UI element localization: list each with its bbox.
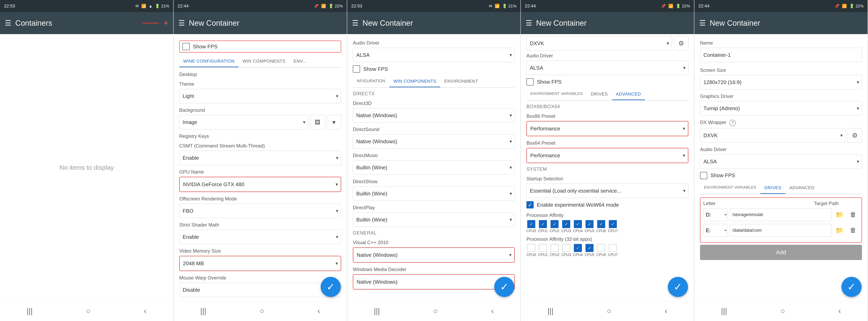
drive-e-path-input[interactable] bbox=[730, 224, 831, 237]
tab-win-components-3[interactable]: WIN COMPONENTS bbox=[390, 76, 440, 87]
cpu0-32-checkbox[interactable] bbox=[527, 244, 535, 252]
graphics-driver-select-5[interactable]: Turnip (Adreno) bbox=[700, 101, 862, 115]
dxvk-gear-btn[interactable]: ⚙ bbox=[674, 36, 688, 50]
drive-d-path-input[interactable] bbox=[730, 208, 831, 221]
nav-home-icon-2[interactable]: ○ bbox=[259, 307, 264, 315]
hamburger-icon-3[interactable]: ☰ bbox=[352, 19, 359, 27]
cpu1-32-checkbox[interactable] bbox=[539, 244, 547, 252]
drive-d-delete-btn[interactable]: 🗑 bbox=[847, 209, 859, 220]
screen-size-select-5[interactable]: 1280x720 (16:9) bbox=[700, 75, 862, 90]
cpu2-checkbox[interactable]: ✓ bbox=[551, 220, 559, 228]
theme-select[interactable]: Light bbox=[179, 89, 341, 103]
tab-advanced-5[interactable]: ADVANCED bbox=[785, 182, 818, 194]
tab-wine-configuration[interactable]: WINE CONFIGURATION bbox=[179, 56, 239, 67]
cpu2-32-checkbox[interactable] bbox=[551, 244, 559, 252]
cpu7-checkbox[interactable]: ✓ bbox=[609, 220, 617, 228]
cpu4-checkbox[interactable]: ✓ bbox=[574, 220, 582, 228]
nav-menu-icon[interactable]: ||| bbox=[27, 307, 33, 315]
cpu4-32-checkbox[interactable]: ✓ bbox=[574, 244, 582, 252]
nav-menu-icon-3[interactable]: ||| bbox=[374, 307, 380, 315]
wmd-select[interactable]: Native (Windows) bbox=[353, 275, 515, 289]
add-button[interactable]: + bbox=[163, 18, 168, 28]
nav-back-icon-4[interactable]: ‹ bbox=[665, 307, 668, 315]
nav-back-icon-2[interactable]: ‹ bbox=[318, 307, 320, 315]
audio-driver-select-3[interactable]: ALSA bbox=[353, 48, 515, 62]
confirm-fab[interactable]: ✓ bbox=[321, 277, 341, 297]
show-fps-checkbox-4[interactable] bbox=[526, 78, 534, 85]
hamburger-icon-4[interactable]: ☰ bbox=[526, 19, 532, 27]
nav-back-icon[interactable]: ‹ bbox=[144, 307, 147, 315]
directshow-select[interactable]: Builtin (Wine) bbox=[353, 186, 515, 201]
cpu3-32-checkbox[interactable] bbox=[562, 244, 570, 252]
directplay-select[interactable]: Builtin (Wine) bbox=[353, 212, 515, 227]
tab-nfiguration[interactable]: NFIGURATION bbox=[353, 76, 390, 87]
gpu-name-select[interactable]: NVIDIA GeForce GTX 480 bbox=[180, 177, 341, 191]
vcpp2010-select[interactable]: Native (Windows) bbox=[353, 248, 515, 262]
cpu3-checkbox[interactable]: ✓ bbox=[562, 220, 570, 228]
name-input-5[interactable] bbox=[700, 48, 862, 62]
cpu7-32-item: CPU7 bbox=[608, 244, 618, 257]
audio-driver-select-5[interactable]: ALSA bbox=[700, 154, 862, 169]
dxvk-select[interactable]: DXVK bbox=[526, 36, 672, 50]
background-image-btn[interactable]: 🖼 bbox=[310, 115, 325, 130]
nav-home-icon-4[interactable]: ○ bbox=[607, 307, 612, 315]
audio-driver-select-4[interactable]: ALSA bbox=[526, 61, 688, 75]
csmt-select[interactable]: Enable bbox=[179, 151, 341, 165]
hamburger-icon-2[interactable]: ☰ bbox=[179, 19, 185, 27]
cpu0-checkbox[interactable]: ✓ bbox=[527, 220, 535, 228]
directsound-select[interactable]: Native (Windows) bbox=[353, 134, 515, 149]
cpu1-checkbox[interactable]: ✓ bbox=[539, 220, 547, 228]
show-fps-row-4: Show FPS bbox=[526, 78, 688, 85]
startup-select[interactable]: Essential (Load only essential service..… bbox=[526, 184, 688, 198]
confirm-fab-5[interactable]: ✓ bbox=[841, 277, 862, 297]
direct3d-select[interactable]: Native (Windows) bbox=[353, 108, 515, 122]
background-select[interactable]: Image bbox=[179, 115, 308, 130]
tab-advanced[interactable]: ADVANCED bbox=[612, 89, 645, 100]
cpu5-checkbox[interactable]: ✓ bbox=[586, 220, 593, 228]
cpu6-32-checkbox[interactable] bbox=[597, 244, 605, 252]
confirm-fab-4[interactable]: ✓ bbox=[668, 277, 688, 297]
box86-preset-select[interactable]: Performance bbox=[527, 121, 688, 136]
show-fps-checkbox-5[interactable] bbox=[700, 172, 707, 179]
background-extra-btn[interactable]: ▾ bbox=[327, 115, 341, 130]
offscreen-select[interactable]: FBO bbox=[179, 204, 341, 218]
add-drive-btn[interactable]: Add bbox=[700, 245, 862, 260]
directmusic-select[interactable]: Builtin (Wine) bbox=[353, 160, 515, 175]
confirm-fab-3[interactable]: ✓ bbox=[494, 277, 515, 297]
nav-menu-icon-2[interactable]: ||| bbox=[200, 307, 206, 315]
tab-drives-5[interactable]: DRIVES bbox=[760, 182, 785, 194]
show-fps-checkbox-top[interactable] bbox=[182, 43, 190, 50]
video-memory-select[interactable]: 2048 MB bbox=[180, 256, 341, 271]
nav-home-icon[interactable]: ○ bbox=[86, 307, 91, 315]
wow64-checkbox[interactable]: ✓ bbox=[526, 201, 534, 209]
drive-e-letter-select[interactable]: E: bbox=[703, 224, 727, 237]
tab-env[interactable]: ENV... bbox=[289, 56, 311, 67]
box64-preset-select[interactable]: Performance bbox=[527, 148, 688, 163]
nav-menu-icon-5[interactable]: ||| bbox=[721, 307, 727, 315]
strict-shader-select[interactable]: Enable bbox=[179, 230, 341, 244]
drive-e-delete-btn[interactable]: 🗑 bbox=[847, 225, 859, 236]
screen-size-label-5: Screen Size bbox=[700, 67, 862, 73]
dx-wrapper-gear-btn-5[interactable]: ⚙ bbox=[847, 128, 862, 143]
tab-win-components[interactable]: WIN COMPONENTS bbox=[239, 56, 289, 67]
cpu5-32-checkbox[interactable]: ✓ bbox=[586, 244, 593, 252]
nav-back-icon-5[interactable]: ‹ bbox=[838, 307, 841, 315]
dx-wrapper-select-5[interactable]: DXVK bbox=[700, 128, 845, 143]
nav-menu-icon-4[interactable]: ||| bbox=[548, 307, 554, 315]
show-fps-checkbox-3[interactable] bbox=[353, 65, 360, 73]
nav-back-icon-3[interactable]: ‹ bbox=[491, 307, 494, 315]
cpu7-32-checkbox[interactable] bbox=[609, 244, 617, 252]
drive-d-folder-btn[interactable]: 📁 bbox=[834, 209, 845, 220]
hamburger-icon-5[interactable]: ☰ bbox=[699, 19, 706, 27]
cpu6-checkbox[interactable]: ✓ bbox=[597, 220, 605, 228]
nav-home-icon-3[interactable]: ○ bbox=[433, 307, 438, 315]
hamburger-icon[interactable]: ☰ bbox=[5, 19, 11, 27]
tab-env-vars-5[interactable]: ENVIRONMENT VARIABLES bbox=[700, 182, 760, 194]
nav-home-icon-5[interactable]: ○ bbox=[780, 307, 785, 315]
tab-environment[interactable]: ENVIRONMENT bbox=[440, 76, 482, 87]
mouse-warp-select[interactable]: Disable bbox=[179, 283, 341, 297]
drive-e-folder-btn[interactable]: 📁 bbox=[834, 225, 845, 236]
tab-env-vars[interactable]: ENVIRONMENT VARIABLES bbox=[526, 89, 587, 100]
drive-d-letter-select[interactable]: D: bbox=[703, 208, 727, 221]
tab-drives-4[interactable]: DRIVES bbox=[587, 89, 612, 100]
